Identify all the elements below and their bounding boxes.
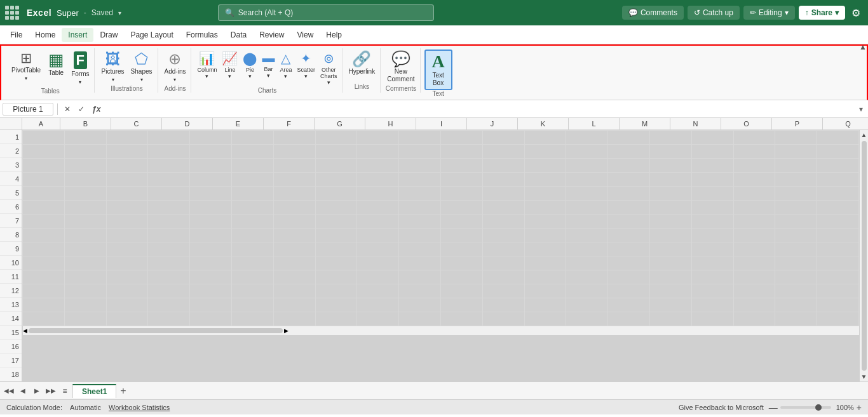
row-16[interactable]: 16 bbox=[0, 340, 22, 354]
bar-chart-button[interactable]: ▬ Bar▾ bbox=[260, 50, 276, 80]
cell-J1[interactable] bbox=[399, 131, 441, 145]
column-chart-button[interactable]: 📊 Column▾ bbox=[195, 50, 219, 81]
row-18[interactable]: 18 bbox=[0, 367, 22, 381]
zoom-thumb[interactable] bbox=[815, 404, 822, 411]
row-3[interactable]: 3 bbox=[0, 158, 22, 172]
scroll-down-button[interactable]: ▼ bbox=[860, 372, 868, 381]
horizontal-scrollbar[interactable]: ◀ ▶ bbox=[23, 326, 859, 336]
area-chart-button[interactable]: △ Area▾ bbox=[278, 50, 294, 81]
formula-expand-icon[interactable]: ▾ bbox=[857, 105, 865, 114]
cell-B1[interactable] bbox=[64, 131, 106, 145]
cell-N1[interactable] bbox=[566, 131, 608, 145]
row-8[interactable]: 8 bbox=[0, 228, 22, 242]
settings-button[interactable]: ⚙ bbox=[849, 4, 863, 22]
cell-F1[interactable] bbox=[231, 131, 273, 145]
row-9[interactable]: 9 bbox=[0, 242, 22, 256]
row-4[interactable]: 4 bbox=[0, 172, 22, 186]
row-12[interactable]: 12 bbox=[0, 284, 22, 298]
col-C[interactable]: C bbox=[111, 118, 162, 129]
zoom-slider[interactable] bbox=[780, 406, 831, 409]
formula-input[interactable] bbox=[105, 103, 854, 115]
menu-help[interactable]: Help bbox=[320, 28, 348, 42]
col-O[interactable]: O bbox=[721, 118, 772, 129]
zoom-plus-button[interactable]: + bbox=[857, 402, 862, 413]
editing-button[interactable]: ✏ Editing ▾ bbox=[743, 6, 795, 20]
col-L[interactable]: L bbox=[569, 118, 620, 129]
horizontal-scroll-thumb[interactable] bbox=[29, 328, 283, 333]
cell-D1[interactable] bbox=[148, 131, 190, 145]
menu-view[interactable]: View bbox=[291, 28, 320, 42]
cell-C1[interactable] bbox=[106, 131, 148, 145]
workbook-stats-button[interactable]: Workbook Statistics bbox=[109, 404, 170, 411]
cell-R1[interactable] bbox=[733, 131, 775, 145]
table-button[interactable]: ▦ Table bbox=[44, 50, 67, 79]
shapes-button[interactable]: ⬠ Shapes▾ bbox=[128, 50, 155, 85]
cell-H1[interactable] bbox=[315, 131, 357, 145]
cell-G1[interactable] bbox=[273, 131, 315, 145]
menu-draw[interactable]: Draw bbox=[93, 28, 124, 42]
menu-file[interactable]: File bbox=[4, 28, 29, 42]
row-13[interactable]: 13 bbox=[0, 298, 22, 312]
sheet-nav-next-button[interactable]: ▶ bbox=[31, 385, 43, 397]
scroll-up-button[interactable]: ▲ bbox=[860, 130, 868, 140]
name-box[interactable] bbox=[3, 103, 53, 116]
col-D[interactable]: D bbox=[162, 118, 213, 129]
row-6[interactable]: 6 bbox=[0, 200, 22, 214]
new-comment-button[interactable]: 💬 NewComment bbox=[384, 50, 417, 85]
cell-S1[interactable] bbox=[775, 131, 817, 145]
pictures-button[interactable]: 🖼 Pictures▾ bbox=[98, 50, 126, 85]
cell-M1[interactable] bbox=[524, 131, 566, 145]
ribbon-collapse-button[interactable]: ▲ bbox=[859, 43, 867, 51]
row-17[interactable]: 17 bbox=[0, 354, 22, 367]
sheet-nav-prev-button[interactable]: ◀ bbox=[17, 385, 29, 397]
sheet-nav-first-button[interactable]: ◀◀ bbox=[3, 385, 15, 397]
col-N[interactable]: N bbox=[670, 118, 721, 129]
row-11[interactable]: 11 bbox=[0, 270, 22, 284]
menu-home[interactable]: Home bbox=[29, 28, 62, 42]
title-chevron-icon[interactable]: ▾ bbox=[118, 10, 121, 17]
col-P[interactable]: P bbox=[772, 118, 823, 129]
scatter-chart-button[interactable]: ✦ Scatter▾ bbox=[295, 50, 317, 81]
row-1[interactable]: 1 bbox=[0, 130, 22, 144]
cell-O1[interactable] bbox=[608, 131, 650, 145]
pie-chart-button[interactable]: ⬤ Pie▾ bbox=[241, 50, 259, 81]
cell-I1[interactable] bbox=[357, 131, 399, 145]
app-grid-icon[interactable] bbox=[5, 6, 19, 20]
menu-data[interactable]: Data bbox=[224, 28, 253, 42]
textbox-button[interactable]: A TextBox bbox=[424, 50, 452, 90]
add-sheet-button[interactable]: + bbox=[118, 385, 128, 397]
zoom-minus-button[interactable]: — bbox=[769, 402, 778, 413]
menu-formulas[interactable]: Formulas bbox=[180, 28, 224, 42]
feedback-link[interactable]: Give Feedback to Microsoft bbox=[679, 404, 764, 411]
col-Q[interactable]: Q bbox=[823, 118, 868, 129]
col-J[interactable]: J bbox=[467, 118, 518, 129]
sheet-nav-last-button[interactable]: ▶▶ bbox=[44, 385, 57, 397]
col-K[interactable]: K bbox=[518, 118, 569, 129]
row-5[interactable]: 5 bbox=[0, 186, 22, 200]
col-A[interactable]: A bbox=[22, 118, 60, 129]
search-bar[interactable]: 🔍 Search (Alt + Q) bbox=[218, 4, 434, 21]
confirm-icon[interactable]: ✓ bbox=[76, 103, 87, 115]
col-H[interactable]: H bbox=[365, 118, 416, 129]
row-14[interactable]: 14 bbox=[0, 312, 22, 326]
comments-button[interactable]: 💬 Comments bbox=[622, 6, 684, 20]
function-icon[interactable]: ƒx bbox=[90, 103, 103, 115]
cells-area[interactable]: ▲ ▼ bbox=[22, 130, 868, 381]
cell-A1[interactable] bbox=[23, 131, 65, 145]
catchup-button[interactable]: ↺ Catch up bbox=[688, 6, 740, 20]
row-2[interactable]: 2 bbox=[0, 144, 22, 158]
other-charts-button[interactable]: ⊚ OtherCharts▾ bbox=[318, 50, 339, 87]
col-M[interactable]: M bbox=[620, 118, 670, 129]
cancel-icon[interactable]: ✕ bbox=[62, 103, 73, 115]
menu-insert[interactable]: Insert bbox=[62, 28, 93, 42]
vertical-scrollbar[interactable]: ▲ ▼ bbox=[859, 130, 868, 381]
addins-button[interactable]: ⊕ Add-ins▾ bbox=[162, 50, 189, 85]
col-E[interactable]: E bbox=[213, 118, 264, 129]
cell-T1[interactable] bbox=[817, 131, 859, 145]
menu-review[interactable]: Review bbox=[253, 28, 290, 42]
cell-L1[interactable] bbox=[482, 131, 524, 145]
scroll-thumb[interactable] bbox=[862, 141, 867, 371]
cell-P1[interactable] bbox=[649, 131, 691, 145]
col-B[interactable]: B bbox=[60, 118, 111, 129]
forms-button[interactable]: F Forms▾ bbox=[69, 50, 92, 88]
